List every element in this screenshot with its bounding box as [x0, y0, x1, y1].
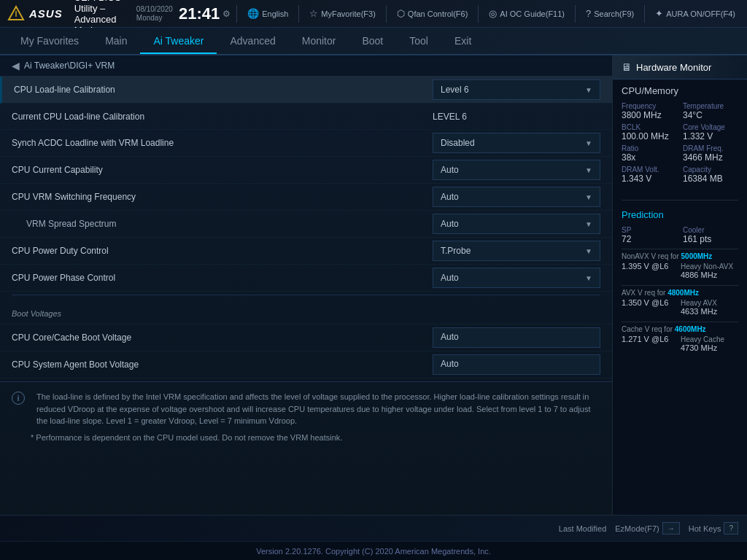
clock-display: 21:41 ⚙ — [179, 6, 231, 22]
cpu-memory-title: CPU/Memory — [622, 85, 738, 96]
metric-capacity-label: Capacity — [683, 166, 738, 174]
main-nav: My Favorites Main Ai Tweaker Advanced Mo… — [0, 28, 747, 55]
version-bar: Version 2.20.1276. Copyright (C) 2020 Am… — [0, 541, 747, 560]
monitor-icon: 🖥 — [622, 61, 632, 73]
header-divider-3 — [386, 5, 387, 23]
info-text: The load-line is defined by the Intel VR… — [36, 391, 600, 427]
search-button[interactable]: ? Search(F9) — [581, 6, 638, 21]
setting-value-cpu-current[interactable]: Auto ▼ — [433, 160, 600, 180]
dropdown-arrow-duty-ctrl: ▼ — [585, 247, 592, 255]
qfan-label: Qfan Control(F6) — [408, 9, 468, 18]
aioc-label: AI OC Guide(F11) — [500, 9, 565, 18]
nav-boot[interactable]: Boot — [349, 29, 396, 52]
asus-brand: ASUS — [29, 7, 63, 20]
settings-table: CPU Load-line Calibration Level 6 ▼ Curr… — [0, 77, 612, 378]
setting-name-synch: Synch ACDC Loadline with VRM Loadline — [12, 138, 433, 148]
last-modified-label: Last Modified — [559, 524, 606, 533]
pred-divider-3 — [622, 322, 738, 322]
clock-settings-icon[interactable]: ⚙ — [222, 9, 231, 19]
input-value-agent-boot: Auto — [441, 359, 459, 369]
dropdown-value-cpu-current: Auto — [441, 165, 459, 175]
metric-dram-freq-value: 3466 MHz — [683, 152, 738, 163]
metric-ratio: Ratio 38x — [622, 144, 677, 163]
setting-name-agent-boot: CPU System Agent Boot Voltage — [12, 359, 433, 370]
setting-value-vrm-freq[interactable]: Auto ▼ — [433, 187, 600, 207]
pred-avx-freq: 4800MHz — [667, 289, 699, 297]
back-arrow-icon[interactable]: ◀ — [12, 60, 20, 71]
qfan-button[interactable]: ⬡ Qfan Control(F6) — [392, 6, 473, 21]
setting-value-duty-ctrl[interactable]: T.Probe ▼ — [433, 241, 600, 261]
last-modified-button[interactable]: Last Modified — [559, 524, 606, 533]
nav-exit[interactable]: Exit — [441, 29, 484, 52]
nav-aitweaker[interactable]: Ai Tweaker — [140, 29, 217, 54]
star-icon: ☆ — [309, 8, 318, 19]
setting-value-cpu-loadline[interactable]: Level 6 ▼ — [433, 79, 600, 100]
pred-avx-heavy: Heavy AVX4633 MHz — [681, 298, 738, 316]
pred-cache-voltage: 1.271 V @L6 — [622, 335, 679, 352]
breadcrumb: ◀ Ai Tweaker\DIGI+ VRM — [0, 55, 612, 77]
metric-core-voltage: Core Voltage 1.332 V — [683, 123, 738, 141]
pred-detail-cache: Cache V req for 4600MHz 1.271 V @L6 Heav… — [622, 325, 738, 352]
dropdown-value-duty-ctrl: T.Probe — [441, 246, 471, 256]
english-button[interactable]: 🌐 English — [243, 6, 293, 21]
nav-myfavorites[interactable]: My Favorites — [7, 29, 92, 52]
info-note: * Performance is dependent on the CPU mo… — [12, 433, 600, 442]
pred-nonavx-freq: 5000MHz — [681, 252, 713, 260]
hotkeys-icon: ? — [724, 522, 738, 534]
setting-value-synch[interactable]: Disabled ▼ — [433, 133, 600, 153]
section-divider — [12, 295, 600, 295]
prediction-title: Prediction — [613, 205, 747, 223]
pred-sp-label: SP — [622, 226, 677, 234]
pred-divider-1 — [622, 249, 738, 249]
dropdown-arrow-synch: ▼ — [585, 139, 592, 147]
header: ASUS UEFI BIOS Utility – Advanced Mode 0… — [0, 0, 747, 28]
metric-dram-freq: DRAM Freq. 3466 MHz — [683, 144, 738, 163]
ezmode-button[interactable]: EzMode(F7) → — [615, 522, 680, 534]
search-label: Search(F9) — [594, 9, 634, 18]
hotkeys-button[interactable]: Hot Keys ? — [689, 522, 738, 534]
setting-row-duty-ctrl: CPU Power Duty Control T.Probe ▼ — [0, 238, 612, 265]
setting-name-current-loadline: Current CPU Load-line Calibration — [12, 112, 433, 122]
metric-core-voltage-value: 1.332 V — [683, 131, 738, 141]
nav-tool[interactable]: Tool — [396, 29, 441, 52]
dropdown-arrow-phase-ctrl: ▼ — [585, 274, 592, 282]
dropdown-arrow-vrm-spread: ▼ — [585, 220, 592, 228]
setting-name-core-boot: CPU Core/Cache Boot Voltage — [12, 332, 433, 343]
metric-temperature-label: Temperature — [683, 102, 738, 110]
header-divider-5 — [575, 5, 576, 23]
myfavorite-button[interactable]: ☆ MyFavorite(F3) — [305, 6, 380, 21]
metric-dram-volt: DRAM Volt. 1.343 V — [622, 166, 677, 184]
setting-row-vrm-spread: VRM Spread Spectrum Auto ▼ — [0, 211, 612, 238]
pred-cache-row: 1.271 V @L6 Heavy Cache4730 MHz — [622, 335, 738, 352]
metric-dram-volt-label: DRAM Volt. — [622, 166, 677, 174]
aura-button[interactable]: ✦ AURA ON/OFF(F4) — [651, 6, 740, 21]
metric-ratio-value: 38x — [622, 152, 677, 163]
asus-logo-icon — [7, 5, 25, 23]
search-icon: ? — [586, 8, 591, 19]
hw-monitor-title: Hardware Monitor — [636, 62, 711, 73]
aioc-button[interactable]: ◎ AI OC Guide(F11) — [484, 6, 569, 21]
setting-name-cpu-loadline: CPU Load-line Calibration — [14, 85, 433, 95]
setting-value-phase-ctrl[interactable]: Auto ▼ — [433, 268, 600, 288]
hw-divider — [622, 200, 738, 201]
setting-row-boot-voltages: Boot Voltages — [0, 298, 612, 324]
dropdown-value-cpu-loadline: Level 6 — [441, 85, 469, 95]
nav-advanced[interactable]: Advanced — [217, 29, 288, 52]
asus-logo: ASUS — [7, 5, 63, 23]
english-label: English — [262, 9, 288, 18]
hardware-monitor-panel: 🖥 Hardware Monitor CPU/Memory Frequency … — [612, 55, 747, 515]
setting-value-core-boot[interactable]: Auto — [433, 327, 600, 348]
pred-divider-2 — [622, 285, 738, 286]
nav-monitor[interactable]: Monitor — [289, 29, 349, 52]
clock-time: 21:41 — [179, 6, 220, 22]
metric-ratio-label: Ratio — [622, 144, 677, 152]
metric-frequency-label: Frequency — [622, 102, 677, 110]
setting-value-agent-boot[interactable]: Auto — [433, 354, 600, 375]
dropdown-value-vrm-spread: Auto — [441, 219, 459, 229]
setting-row-agent-boot: CPU System Agent Boot Voltage Auto — [0, 351, 612, 378]
nav-main[interactable]: Main — [92, 29, 140, 52]
setting-value-vrm-spread[interactable]: Auto ▼ — [433, 214, 600, 234]
day-text: Monday — [136, 14, 163, 23]
metric-temperature: Temperature 34°C — [683, 102, 738, 120]
setting-row-cpu-current: CPU Current Capability Auto ▼ — [0, 157, 612, 184]
